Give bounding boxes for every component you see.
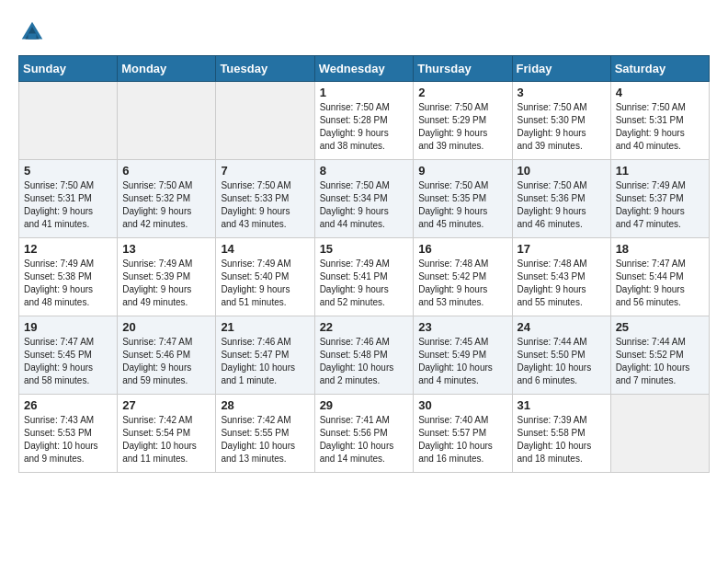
- calendar-cell: 14Sunrise: 7:49 AM Sunset: 5:40 PM Dayli…: [216, 238, 314, 316]
- day-number: 4: [616, 86, 704, 99]
- calendar-cell: 30Sunrise: 7:40 AM Sunset: 5:57 PM Dayli…: [414, 395, 512, 473]
- day-info: Sunrise: 7:50 AM Sunset: 5:28 PM Dayligh…: [320, 101, 409, 153]
- day-number: 18: [616, 242, 704, 256]
- day-info: Sunrise: 7:46 AM Sunset: 5:48 PM Dayligh…: [320, 336, 409, 387]
- calendar-cell: 2Sunrise: 7:50 AM Sunset: 5:29 PM Daylig…: [414, 82, 512, 160]
- day-info: Sunrise: 7:50 AM Sunset: 5:32 PM Dayligh…: [122, 179, 210, 231]
- logo: [18, 18, 51, 46]
- calendar-cell: 20Sunrise: 7:47 AM Sunset: 5:46 PM Dayli…: [118, 316, 216, 395]
- day-number: 8: [320, 164, 409, 178]
- calendar-cell: 15Sunrise: 7:49 AM Sunset: 5:41 PM Dayli…: [314, 238, 414, 316]
- calendar-cell: 23Sunrise: 7:45 AM Sunset: 5:49 PM Dayli…: [414, 316, 512, 395]
- calendar-cell: 5Sunrise: 7:50 AM Sunset: 5:31 PM Daylig…: [19, 160, 118, 238]
- day-number: 11: [616, 164, 704, 178]
- day-number: 30: [418, 398, 506, 412]
- day-number: 17: [518, 242, 606, 256]
- logo-icon: [18, 18, 46, 46]
- day-number: 31: [518, 398, 606, 412]
- day-number: 10: [518, 164, 606, 178]
- day-info: Sunrise: 7:50 AM Sunset: 5:36 PM Dayligh…: [518, 179, 606, 231]
- calendar-cell: 19Sunrise: 7:47 AM Sunset: 5:45 PM Dayli…: [19, 316, 118, 395]
- day-number: 21: [221, 320, 309, 334]
- day-number: 5: [24, 164, 112, 178]
- calendar-cell: 13Sunrise: 7:49 AM Sunset: 5:39 PM Dayli…: [118, 238, 216, 316]
- day-info: Sunrise: 7:50 AM Sunset: 5:33 PM Dayligh…: [221, 179, 309, 231]
- day-number: 3: [518, 86, 606, 99]
- calendar-cell: [610, 395, 709, 473]
- day-info: Sunrise: 7:40 AM Sunset: 5:57 PM Dayligh…: [418, 414, 506, 465]
- day-info: Sunrise: 7:50 AM Sunset: 5:31 PM Dayligh…: [616, 101, 704, 153]
- day-info: Sunrise: 7:48 AM Sunset: 5:43 PM Dayligh…: [518, 258, 606, 309]
- day-number: 29: [320, 398, 409, 412]
- day-info: Sunrise: 7:46 AM Sunset: 5:47 PM Dayligh…: [221, 336, 309, 387]
- svg-rect-2: [28, 34, 37, 40]
- day-number: 26: [24, 398, 112, 412]
- day-info: Sunrise: 7:49 AM Sunset: 5:41 PM Dayligh…: [320, 258, 409, 309]
- day-number: 13: [122, 242, 210, 256]
- calendar-cell: [118, 82, 216, 160]
- day-info: Sunrise: 7:47 AM Sunset: 5:45 PM Dayligh…: [24, 336, 112, 387]
- day-header-saturday: Saturday: [610, 56, 709, 82]
- day-number: 19: [24, 320, 112, 334]
- calendar-cell: 3Sunrise: 7:50 AM Sunset: 5:30 PM Daylig…: [512, 82, 610, 160]
- week-row-5: 26Sunrise: 7:43 AM Sunset: 5:53 PM Dayli…: [19, 395, 710, 473]
- calendar-cell: 16Sunrise: 7:48 AM Sunset: 5:42 PM Dayli…: [414, 238, 512, 316]
- calendar-cell: 24Sunrise: 7:44 AM Sunset: 5:50 PM Dayli…: [512, 316, 610, 395]
- day-info: Sunrise: 7:50 AM Sunset: 5:29 PM Dayligh…: [418, 101, 506, 153]
- calendar-cell: 26Sunrise: 7:43 AM Sunset: 5:53 PM Dayli…: [19, 395, 118, 473]
- week-row-1: 1Sunrise: 7:50 AM Sunset: 5:28 PM Daylig…: [19, 82, 710, 160]
- day-info: Sunrise: 7:44 AM Sunset: 5:50 PM Dayligh…: [518, 336, 606, 387]
- day-info: Sunrise: 7:49 AM Sunset: 5:37 PM Dayligh…: [616, 179, 704, 231]
- calendar-cell: [19, 82, 118, 160]
- day-info: Sunrise: 7:47 AM Sunset: 5:46 PM Dayligh…: [122, 336, 210, 387]
- day-number: 14: [221, 242, 309, 256]
- day-number: 15: [320, 242, 409, 256]
- day-header-sunday: Sunday: [19, 56, 118, 82]
- day-number: 12: [24, 242, 112, 256]
- day-info: Sunrise: 7:41 AM Sunset: 5:56 PM Dayligh…: [320, 414, 409, 465]
- day-number: 16: [418, 242, 506, 256]
- page-header: [18, 18, 710, 46]
- day-info: Sunrise: 7:42 AM Sunset: 5:55 PM Dayligh…: [221, 414, 309, 465]
- calendar-cell: 29Sunrise: 7:41 AM Sunset: 5:56 PM Dayli…: [314, 395, 414, 473]
- day-number: 28: [221, 398, 309, 412]
- calendar-cell: 21Sunrise: 7:46 AM Sunset: 5:47 PM Dayli…: [216, 316, 314, 395]
- day-number: 7: [221, 164, 309, 178]
- calendar-cell: 28Sunrise: 7:42 AM Sunset: 5:55 PM Dayli…: [216, 395, 314, 473]
- day-number: 27: [122, 398, 210, 412]
- day-number: 1: [320, 86, 409, 99]
- calendar-cell: [216, 82, 314, 160]
- day-info: Sunrise: 7:45 AM Sunset: 5:49 PM Dayligh…: [418, 336, 506, 387]
- calendar-cell: 17Sunrise: 7:48 AM Sunset: 5:43 PM Dayli…: [512, 238, 610, 316]
- day-header-thursday: Thursday: [414, 56, 512, 82]
- week-row-4: 19Sunrise: 7:47 AM Sunset: 5:45 PM Dayli…: [19, 316, 710, 395]
- day-info: Sunrise: 7:42 AM Sunset: 5:54 PM Dayligh…: [122, 414, 210, 465]
- calendar-cell: 7Sunrise: 7:50 AM Sunset: 5:33 PM Daylig…: [216, 160, 314, 238]
- calendar-cell: 9Sunrise: 7:50 AM Sunset: 5:35 PM Daylig…: [414, 160, 512, 238]
- day-header-wednesday: Wednesday: [314, 56, 414, 82]
- week-row-2: 5Sunrise: 7:50 AM Sunset: 5:31 PM Daylig…: [19, 160, 710, 238]
- day-info: Sunrise: 7:47 AM Sunset: 5:44 PM Dayligh…: [616, 258, 704, 309]
- day-number: 2: [418, 86, 506, 99]
- day-info: Sunrise: 7:43 AM Sunset: 5:53 PM Dayligh…: [24, 414, 112, 465]
- calendar-cell: 25Sunrise: 7:44 AM Sunset: 5:52 PM Dayli…: [610, 316, 709, 395]
- day-header-monday: Monday: [118, 56, 216, 82]
- calendar-cell: 27Sunrise: 7:42 AM Sunset: 5:54 PM Dayli…: [118, 395, 216, 473]
- calendar-cell: 1Sunrise: 7:50 AM Sunset: 5:28 PM Daylig…: [314, 82, 414, 160]
- calendar-header-row: SundayMondayTuesdayWednesdayThursdayFrid…: [19, 56, 710, 82]
- day-info: Sunrise: 7:48 AM Sunset: 5:42 PM Dayligh…: [418, 258, 506, 309]
- day-number: 25: [616, 320, 704, 334]
- calendar-cell: 4Sunrise: 7:50 AM Sunset: 5:31 PM Daylig…: [610, 82, 709, 160]
- day-info: Sunrise: 7:49 AM Sunset: 5:40 PM Dayligh…: [221, 258, 309, 309]
- calendar-cell: 6Sunrise: 7:50 AM Sunset: 5:32 PM Daylig…: [118, 160, 216, 238]
- day-info: Sunrise: 7:49 AM Sunset: 5:39 PM Dayligh…: [122, 258, 210, 309]
- day-header-tuesday: Tuesday: [216, 56, 314, 82]
- day-number: 6: [122, 164, 210, 178]
- calendar-cell: 31Sunrise: 7:39 AM Sunset: 5:58 PM Dayli…: [512, 395, 610, 473]
- day-info: Sunrise: 7:49 AM Sunset: 5:38 PM Dayligh…: [24, 258, 112, 309]
- day-info: Sunrise: 7:50 AM Sunset: 5:35 PM Dayligh…: [418, 179, 506, 231]
- day-info: Sunrise: 7:50 AM Sunset: 5:30 PM Dayligh…: [518, 101, 606, 153]
- calendar-cell: 8Sunrise: 7:50 AM Sunset: 5:34 PM Daylig…: [314, 160, 414, 238]
- day-info: Sunrise: 7:50 AM Sunset: 5:31 PM Dayligh…: [24, 179, 112, 231]
- calendar-cell: 18Sunrise: 7:47 AM Sunset: 5:44 PM Dayli…: [610, 238, 709, 316]
